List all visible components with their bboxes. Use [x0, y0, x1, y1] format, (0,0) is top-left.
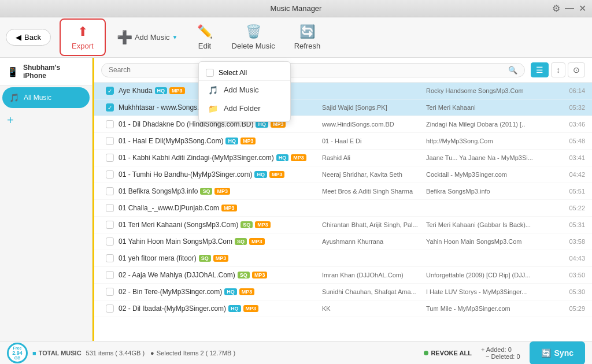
title-bar: Music Manager ⚙ — ✕ — [0, 0, 592, 17]
list-view-button[interactable]: ☰ — [531, 62, 549, 77]
table-row[interactable]: 02 - Dil Ibadat-(MyMp3Singer.com)HQMP3KK… — [94, 300, 592, 317]
add-music-caret: ▼ — [172, 34, 178, 40]
sidebar-item-all-music[interactable]: 🎵 All Music — [2, 87, 90, 108]
edit-button[interactable]: ✏️ Edit — [189, 21, 221, 54]
settings-icon[interactable]: ⚙ — [552, 3, 560, 14]
check-cell[interactable] — [101, 204, 119, 212]
album-name: Zindagi Na Milegi Dobara (2011) [.. — [426, 121, 553, 128]
sq-badge: SQ — [235, 238, 247, 245]
song-checkbox[interactable] — [106, 170, 114, 179]
song-name: 01 yeh fitoor mera (fitoor) — [119, 254, 197, 262]
table-row[interactable]: 02 - Bin Tere-(MyMp3Singer.com)HQMP3Suni… — [94, 284, 592, 300]
table-row[interactable]: 01 - Haal E Dil(MyMp3Song.Com)HQMP301 - … — [94, 133, 592, 150]
mp3-badge: MP3 — [221, 205, 237, 211]
total-music-label: TOTAL MUSIC — [39, 350, 82, 356]
song-checkbox[interactable] — [106, 187, 114, 195]
search-input[interactable] — [109, 66, 508, 74]
song-checkbox[interactable]: ✓ — [106, 87, 114, 95]
refresh-button[interactable]: 🔄 Refresh — [286, 21, 329, 54]
song-checkbox[interactable] — [106, 237, 114, 246]
check-cell[interactable] — [101, 254, 119, 262]
album-name: Teri Meri Kahaani — [426, 104, 553, 111]
check-cell[interactable]: ✓ — [101, 87, 119, 95]
sync-section: REVOKE ALL + Added: 0 − Deleted: 0 🔄 Syn… — [424, 341, 585, 365]
content-area: 🔍 ☰ ↕ ⊙ ✓Aye KhudaHQMP3Rocky Handsome So… — [92, 58, 592, 341]
check-cell[interactable] — [101, 288, 119, 296]
minimize-icon[interactable]: — — [565, 3, 574, 14]
mp3-badge: MP3 — [214, 188, 230, 195]
check-cell[interactable] — [101, 170, 119, 179]
song-name: Mukhhtasar - www.Songs.PK — [119, 103, 208, 112]
search-input-wrap[interactable]: 🔍 — [101, 63, 525, 77]
table-row[interactable]: 01 yeh fitoor mera (fitoor)SQMP304:43 — [94, 250, 592, 267]
song-name-cell: 01 yeh fitoor mera (fitoor)SQMP3 — [119, 254, 322, 262]
export-icon: ⬆ — [77, 24, 88, 39]
song-checkbox[interactable] — [106, 137, 114, 145]
song-checkbox[interactable] — [106, 204, 114, 212]
window-title: Music Manager — [271, 4, 322, 13]
check-cell[interactable] — [101, 120, 119, 128]
artist-name: Ayushmann Khurrana — [322, 238, 426, 245]
revoke-all-label[interactable]: REVOKE ALL — [431, 350, 472, 356]
check-cell[interactable] — [101, 187, 119, 195]
song-checkbox[interactable] — [106, 120, 114, 128]
main-content: 📱 Shubham's iPhone 🎵 All Music + 🔍 ☰ ↕ ⊙… — [0, 58, 592, 341]
table-row[interactable]: 01 Teri Meri Kahaani (SongsMp3.Com)SQMP3… — [94, 217, 592, 233]
mp3-badge: MP3 — [269, 171, 285, 178]
table-row[interactable]: 01 - Tumhi Ho Bandhu-(MyMp3Singer.com)HQ… — [94, 166, 592, 183]
device-name: Shubham's iPhone — [23, 64, 85, 80]
revoke-dot — [424, 351, 428, 355]
check-cell[interactable] — [101, 304, 119, 313]
back-button[interactable]: ◀ Back — [6, 29, 51, 46]
song-name-cell: 01 - Haal E Dil(MyMp3Song.Com)HQMP3 — [119, 137, 322, 145]
check-cell[interactable]: ✓ — [101, 103, 119, 112]
sync-button[interactable]: 🔄 Sync — [530, 341, 585, 365]
grid-view-button[interactable]: ⊙ — [568, 62, 585, 77]
export-button[interactable]: ⬆ Export — [60, 18, 106, 56]
add-playlist-button[interactable]: + — [0, 109, 92, 132]
song-checkbox[interactable] — [106, 271, 114, 279]
song-checkbox[interactable] — [106, 304, 114, 313]
check-cell[interactable] — [101, 137, 119, 145]
sync-icon: 🔄 — [541, 348, 551, 358]
add-music-item[interactable]: 🎵 Add Music — [199, 81, 290, 99]
mp3-badge: MP3 — [271, 121, 286, 128]
table-row[interactable]: 01 Challa_-_www.DjPunjab.ComMP305:22 — [94, 200, 592, 217]
check-cell[interactable] — [101, 271, 119, 279]
add-icon: + — [7, 114, 14, 127]
mp3-badge: MP3 — [291, 154, 306, 161]
sq-badge: SQ — [200, 188, 212, 195]
album-name: http://MyMp3Song.Com — [426, 138, 553, 144]
select-all-checkbox[interactable] — [206, 69, 214, 77]
song-checkbox[interactable] — [106, 154, 114, 162]
mp3-badge: MP3 — [243, 305, 259, 312]
duration: 03:50 — [553, 272, 585, 278]
song-checkbox[interactable] — [106, 288, 114, 296]
album-name: Befikra SongsMp3.info — [426, 188, 553, 195]
table-row[interactable]: 01 - Dil Dhadakne Do (HindiSongs.com.BD)… — [94, 116, 592, 133]
table-row[interactable]: 01 Yahin Hoon Main SongsMp3.ComSQMP3Ayus… — [94, 233, 592, 250]
song-name: 01 Challa_-_www.DjPunjab.Com — [119, 204, 219, 212]
table-row[interactable]: 02 - Aaja We Mahiya (DJJOhAL.Com)SQMP3Im… — [94, 267, 592, 284]
table-row[interactable]: 01 Befikra SongsMp3.infoSQMP3Meet Bros &… — [94, 183, 592, 200]
check-cell[interactable] — [101, 237, 119, 246]
duration: 05:22 — [553, 205, 585, 211]
song-checkbox[interactable] — [106, 254, 114, 262]
sidebar: 📱 Shubham's iPhone 🎵 All Music + — [0, 58, 92, 341]
table-row[interactable]: ✓Mukhhtasar - www.Songs.PKHQMP3Sajid Waj… — [94, 99, 592, 116]
song-name: 01 - Tumhi Ho Bandhu-(MyMp3Singer.com) — [119, 170, 252, 179]
table-row[interactable]: ✓Aye KhudaHQMP3Rocky Handsome SongsMp3.C… — [94, 83, 592, 99]
check-cell[interactable] — [101, 221, 119, 229]
song-checkbox[interactable]: ✓ — [106, 103, 114, 112]
delete-music-button[interactable]: 🗑️ Delete Music — [224, 21, 283, 54]
check-cell[interactable] — [101, 154, 119, 162]
song-checkbox[interactable] — [106, 221, 114, 229]
sort-view-button[interactable]: ↕ — [551, 62, 565, 77]
add-music-button[interactable]: ➕ Add Music ▼ Select All 🎵 Add Music 📁 A… — [109, 27, 186, 49]
add-folder-item[interactable]: 📁 Add Folder — [199, 99, 290, 118]
table-row[interactable]: 01 - Kabhi Kabhi Aditi Zindagi-(MyMp3Sin… — [94, 150, 592, 166]
close-icon[interactable]: ✕ — [579, 3, 586, 14]
window-controls[interactable]: ⚙ — ✕ — [552, 3, 586, 14]
duration: 05:29 — [553, 305, 585, 312]
mp3-badge: MP3 — [239, 288, 255, 295]
